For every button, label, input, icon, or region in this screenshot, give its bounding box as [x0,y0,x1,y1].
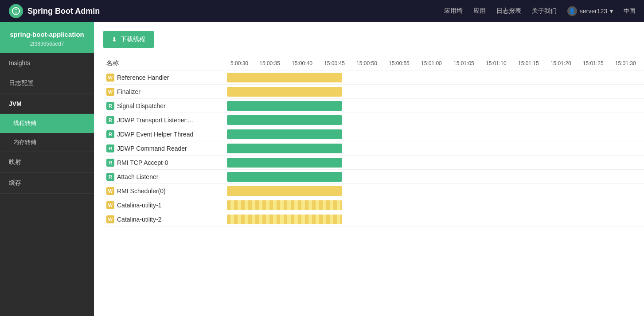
main-layout: spring-boot-application 2f383656aed7 Ins… [0,22,644,316]
thread-name: JDWP Command Reader [117,145,187,152]
thread-name-cell: W Catalina-utility-1 [103,198,227,212]
thread-name-cell: R Attach Listener [103,170,227,184]
thread-name: JDWP Event Helper Thread [117,131,193,138]
sidebar-item-insights[interactable]: Insights [0,53,94,73]
thread-state-badge: R [106,144,114,152]
table-row: W Reference Handler [103,70,644,85]
sidebar-item-mapping[interactable]: 映射 [0,152,94,173]
thread-timeline-cell [227,70,644,85]
app-logo: Spring Boot Admin [9,4,100,18]
download-thread-button[interactable]: ⬇ 下载线程 [103,31,154,48]
thread-name: RMI Scheduler(0) [117,187,166,195]
thread-timeline-cell [227,198,644,212]
time-header-9: 15:01:15 [515,57,547,70]
table-row: R JDWP Transport Listener:... [103,113,644,127]
table-row: R Signal Dispatcher [103,99,644,113]
sidebar-item-thread-dump[interactable]: 线程转储 [0,114,94,133]
thread-name: Catalina-utility-1 [117,202,161,209]
thread-name-cell: R RMI TCP Accept-0 [103,156,227,170]
time-header-6: 15:01:00 [418,57,450,70]
thread-name-cell: R JDWP Command Reader [103,141,227,156]
thread-state-badge: R [106,159,114,167]
thread-bar [227,129,342,139]
table-row: W Catalina-utility-1 [103,198,644,212]
thread-bar [227,115,342,125]
thread-state-badge: R [106,102,114,110]
thread-bar [227,87,342,97]
time-header-12: 15:01:30 [612,57,644,70]
thread-state-badge: W [106,215,114,223]
thread-name: Reference Handler [117,74,169,81]
thread-state-badge: W [106,201,114,209]
thread-name-cell: W Reference Handler [103,70,227,85]
thread-name-cell: R JDWP Transport Listener:... [103,113,227,127]
thread-name: JDWP Transport Listener:... [117,117,193,124]
thread-state-badge: W [106,187,114,195]
thread-timeline-cell [227,99,644,113]
user-avatar-icon: 👤 [567,6,577,16]
app-title: Spring Boot Admin [27,7,100,16]
sidebar-item-cache[interactable]: 缓存 [0,173,94,194]
thread-name: Finalizer [117,88,141,95]
thread-name-cell: W Finalizer [103,85,227,99]
table-row: R JDWP Command Reader [103,141,644,156]
language-selector[interactable]: 中国 [624,7,635,15]
thread-bar [227,144,342,153]
main-content: ⬇ 下载线程 名称 5:00:30 15:00:35 15:00:40 15:0… [94,22,644,316]
thread-state-badge: R [106,116,114,124]
thread-name: Attach Listener [117,173,158,180]
nav-item-log[interactable]: 日志报表 [496,5,521,17]
sidebar-section-jvm: JVM [0,94,94,114]
nav-item-appwall[interactable]: 应用墙 [444,5,463,17]
time-header-2: 15:00:40 [288,57,320,70]
thread-state-badge: R [106,130,114,138]
time-header-0: 5:00:30 [227,57,256,70]
sidebar: spring-boot-application 2f383656aed7 Ins… [0,22,94,316]
thread-timeline-cell [227,170,644,184]
thread-name: Catalina-utility-2 [117,216,161,223]
table-row: W Catalina-utility-2 [103,212,644,226]
thread-bar [227,186,342,196]
time-header-8: 15:01:10 [482,57,515,70]
thread-timeline-cell [227,113,644,127]
time-header-5: 15:00:55 [385,57,418,70]
thread-name-cell: R JDWP Event Helper Thread [103,127,227,141]
sidebar-item-memory-dump[interactable]: 内存转储 [0,133,94,152]
col-header-name: 名称 [103,57,227,70]
nav-item-about[interactable]: 关于我们 [532,5,557,17]
thread-state-badge: W [106,74,114,82]
table-row: R JDWP Event Helper Thread [103,127,644,141]
thread-bar [227,200,342,210]
time-header-1: 15:00:35 [256,57,288,70]
thread-name-cell: W RMI Scheduler(0) [103,184,227,198]
thread-bar [227,73,342,82]
sidebar-app-id: 2f383656aed7 [5,41,89,47]
sidebar-app-info: spring-boot-application 2f383656aed7 [0,22,94,53]
user-menu[interactable]: 👤 server123 ▾ [567,6,613,16]
time-header-11: 15:01:25 [579,57,612,70]
nav-links: 应用墙 应用 日志报表 关于我们 👤 server123 ▾ 中国 [444,5,635,17]
thread-timeline-cell [227,184,644,198]
thread-bar [227,215,342,224]
thread-name: RMI TCP Accept-0 [117,159,168,166]
thread-name: Signal Dispatcher [117,102,166,109]
thread-state-badge: R [106,173,114,181]
table-row: R Attach Listener [103,170,644,184]
thread-state-badge: W [106,88,114,96]
table-row: W Finalizer [103,85,644,99]
username: server123 [580,8,607,15]
download-icon: ⬇ [112,36,117,43]
thread-bar [227,101,342,111]
thread-name-cell: W Catalina-utility-2 [103,212,227,226]
thread-timeline-cell [227,85,644,99]
time-header-4: 15:00:50 [353,57,385,70]
logo-icon [9,4,23,18]
sidebar-item-log-config[interactable]: 日志配置 [0,73,94,94]
thread-timeline-cell [227,127,644,141]
nav-item-app[interactable]: 应用 [473,5,486,17]
time-header-10: 15:01:20 [547,57,579,70]
thread-timeline-cell [227,141,644,156]
table-row: R RMI TCP Accept-0 [103,156,644,170]
thread-timeline-cell [227,212,644,226]
top-navigation: Spring Boot Admin 应用墙 应用 日志报表 关于我们 👤 ser… [0,0,644,22]
